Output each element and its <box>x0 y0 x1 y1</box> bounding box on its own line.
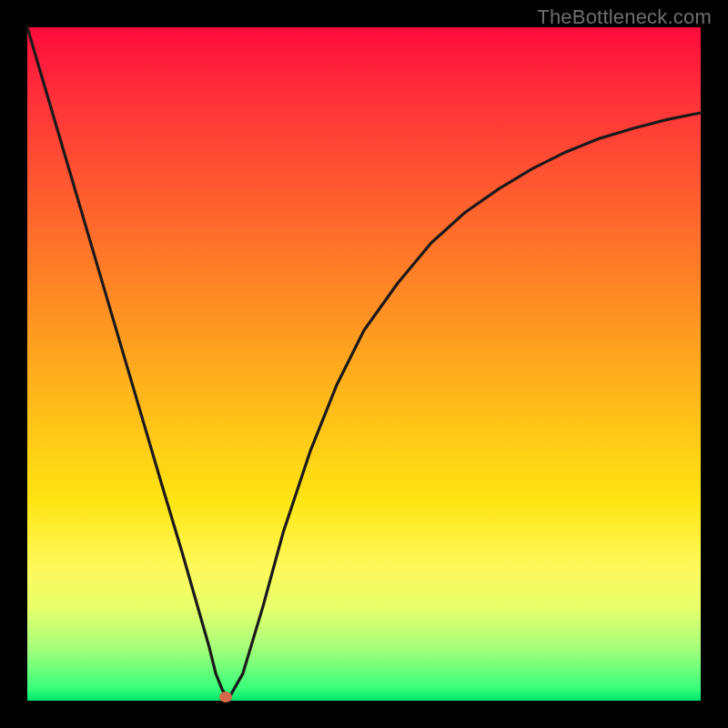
optimal-point-marker <box>219 692 232 703</box>
watermark-text: TheBottleneck.com <box>537 5 712 29</box>
plot-area <box>27 27 701 701</box>
bottleneck-curve <box>27 27 701 701</box>
chart-frame: TheBottleneck.com <box>0 0 728 728</box>
